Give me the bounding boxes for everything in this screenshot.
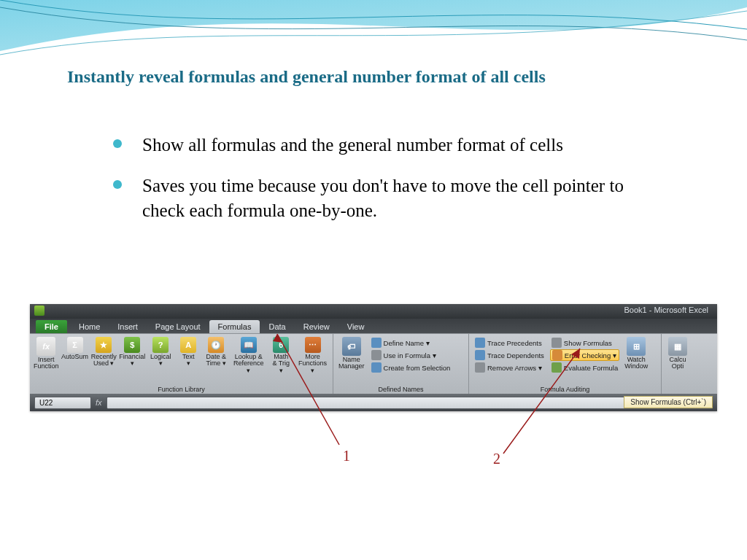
calculation-options-button[interactable]: ▦CalcuOpti xyxy=(665,335,691,394)
titlebar: Book1 - Microsoft Excel xyxy=(30,304,717,319)
name-box[interactable]: U22 xyxy=(34,397,91,409)
document-title: Book1 - Microsoft Excel xyxy=(624,306,708,314)
watch-window-button[interactable]: ⊞WatchWindow xyxy=(622,335,650,394)
svg-line-0 xyxy=(277,334,339,445)
ribbon-groups: fxInsertFunction ΣAutoSum ★RecentlyUsed … xyxy=(30,333,717,394)
tab-page-layout[interactable]: Page Layout xyxy=(147,320,209,333)
slide-title: Instantly reveal formulas and general nu… xyxy=(67,67,546,87)
excel-ribbon-screenshot: Book1 - Microsoft Excel File Home Insert… xyxy=(30,304,717,411)
group-calculation: ▦CalcuOpti xyxy=(662,334,717,394)
use-in-formula-button[interactable]: Use in Formula ▾ xyxy=(370,349,452,361)
svg-marker-1 xyxy=(273,334,283,343)
callout-label-2: 2 xyxy=(493,451,500,467)
fx-label: fx xyxy=(96,398,102,407)
tag-small-icon xyxy=(371,338,382,348)
bullet-list: Show all formulas and the general number… xyxy=(113,133,638,238)
tab-insert[interactable]: Insert xyxy=(109,320,147,333)
financial-button[interactable]: $Financial▾ xyxy=(119,335,147,394)
fx-icon: fx xyxy=(36,337,55,356)
define-name-button[interactable]: Define Name ▾ xyxy=(370,337,452,349)
window-icon: ⊞ xyxy=(627,337,646,356)
callout-arrow-1 xyxy=(248,328,365,459)
insert-function-button[interactable]: fxInsertFunction xyxy=(33,335,59,394)
date-time-button[interactable]: 🕐Date &Time ▾ xyxy=(203,335,229,394)
clock-icon: 🕐 xyxy=(208,337,224,353)
text-button[interactable]: AText▾ xyxy=(175,335,201,394)
grid-small-icon xyxy=(371,362,382,373)
calculator-icon: ▦ xyxy=(668,337,687,356)
logical-button[interactable]: ?Logical▾ xyxy=(147,335,174,394)
formula-bar: U22 fx xyxy=(30,394,717,411)
tab-file[interactable]: File xyxy=(36,320,67,333)
svg-line-2 xyxy=(503,349,580,454)
ribbon-tabs: File Home Insert Page Layout Formulas Da… xyxy=(30,319,717,333)
show-formulas-tooltip: Show Formulas (Ctrl+`) xyxy=(624,396,713,408)
svg-marker-3 xyxy=(571,349,580,359)
formula-input[interactable] xyxy=(107,397,713,409)
tab-home[interactable]: Home xyxy=(70,320,109,333)
bullet-item: Saves you time because you don't have to… xyxy=(113,174,638,223)
sigma-icon: Σ xyxy=(67,337,83,353)
letter-a-icon: A xyxy=(180,337,196,353)
excel-icon xyxy=(34,306,44,316)
star-icon: ★ xyxy=(96,337,112,353)
callout-label-1: 1 xyxy=(343,448,350,464)
callout-arrow-2 xyxy=(481,343,598,467)
recently-used-button[interactable]: ★RecentlyUsed ▾ xyxy=(90,335,117,394)
fx-small-icon xyxy=(371,350,382,360)
create-from-selection-button[interactable]: Create from Selection xyxy=(370,362,452,373)
dollar-icon: $ xyxy=(124,337,140,353)
question-icon: ? xyxy=(152,337,169,353)
autosum-button[interactable]: ΣAutoSum xyxy=(61,335,89,394)
bullet-item: Show all formulas and the general number… xyxy=(113,133,638,158)
